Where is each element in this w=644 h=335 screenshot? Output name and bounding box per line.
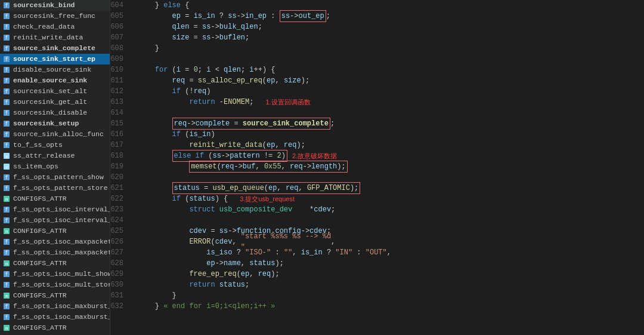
svg-text:f: f (5, 250, 8, 256)
sidebar-item-sourcesink_setup[interactable]: fsourcesink_setup (0, 118, 110, 129)
sidebar-item-CONFIGFS_ATTR5[interactable]: mCONFIGFS_ATTR (0, 322, 110, 333)
sidebar-item-f_ss_opts_isoc_maxpacket_store[interactable]: ff_ss_opts_isoc_maxpacket_store (0, 247, 110, 258)
code-line-631: } (138, 290, 644, 301)
line-number-614: 614 (110, 107, 128, 118)
sidebar-item-disable_source_sink[interactable]: fdisable_source_sink (0, 64, 110, 75)
sidebar-item-CONFIGFS_ATTR2[interactable]: mCONFIGFS_ATTR (0, 226, 110, 236)
macro-icon: m (2, 195, 11, 203)
sidebar-item-f_ss_opts_isoc_maxburst_store[interactable]: ff_ss_opts_isoc_maxburst_store (0, 312, 110, 322)
sidebar-item-f_ss_opts_isoc_interval_show[interactable]: ff_ss_opts_isoc_interval_show (0, 204, 110, 215)
code-line-608: } (138, 43, 644, 54)
sidebar-item-sourcesink_bind[interactable]: fsourcesink_bind (0, 0, 110, 11)
svg-text:f: f (5, 239, 8, 245)
code-line-628: ep->name, status); (138, 258, 644, 269)
macro-icon: m (2, 227, 11, 235)
sidebar-item-sourcesink_disable[interactable]: fsourcesink_disable (0, 107, 110, 118)
sidebar-item-sourcesink_set_alt[interactable]: fsourcesink_set_alt (0, 86, 110, 97)
sidebar-item-label: CONFIGFS_ATTR (13, 322, 67, 333)
line-numbers: 6046056066076086096106116126136146156166… (110, 0, 133, 335)
svg-text:v: v (5, 154, 8, 159)
sidebar-item-source_sink_complete[interactable]: fsource_sink_complete (0, 43, 110, 54)
sidebar-item-f_ss_opts_pattern_store[interactable]: ff_ss_opts_pattern_store (0, 183, 110, 193)
code-line-617: reinit_write_data(ep, req); (138, 140, 644, 150)
svg-text:v: v (5, 165, 8, 170)
sidebar-item-CONFIGFS_ATTR4[interactable]: mCONFIGFS_ATTR (0, 290, 110, 301)
sidebar-item-label: check_read_data (13, 21, 75, 32)
func-icon: f (2, 66, 11, 74)
line-number-611: 611 (110, 75, 128, 86)
svg-text:f: f (5, 132, 8, 137)
sidebar-item-label: f_ss_opts_isoc_maxpacket_store (13, 247, 110, 258)
sidebar-item-f_ss_opts_isoc_interval_store[interactable]: ff_ss_opts_isoc_interval_store (0, 215, 110, 226)
code-line-604: } else { (138, 0, 644, 11)
sidebar-item-ss_attr_release[interactable]: vss_attr_release (0, 150, 110, 161)
func-icon: f (2, 76, 11, 85)
code-line-627: is_iso ? "ISO-" : "", is_in ? "IN" : "OU… (138, 247, 644, 258)
func-icon: f (2, 23, 11, 31)
svg-text:f: f (5, 175, 8, 180)
sidebar-item-enable_source_sink[interactable]: fenable_source_sink (0, 75, 110, 86)
sidebar-item-f_ss_opts_isoc_mult_store[interactable]: ff_ss_opts_isoc_mult_store (0, 279, 110, 290)
sidebar-item-source_sink_start_ep[interactable]: fsource_sink_start_ep (0, 54, 110, 64)
code-line-610: for (i = 0; i < qlen; i++) { (138, 64, 644, 75)
code-line-619: memset(req->buf, 0x55, req->length); (138, 161, 644, 172)
sidebar-item-label: to_f_ss_opts (13, 140, 63, 150)
svg-text:f: f (5, 57, 8, 62)
sidebar-item-label: source_sink_start_ep (13, 54, 95, 64)
svg-text:f: f (5, 315, 8, 320)
sidebar-item-f_ss_opts_isoc_mult_show[interactable]: ff_ss_opts_isoc_mult_show (0, 269, 110, 279)
svg-text:m: m (5, 197, 8, 202)
sidebar-item-label: f_ss_opts_isoc_interval_store (13, 215, 110, 226)
code-line-623: struct usb_composite_dev *cdev; (138, 204, 644, 215)
svg-text:m: m (5, 229, 8, 234)
sidebar-item-label: source_sink_alloc_func (13, 129, 104, 140)
code-line-626: ERROR(cdev, "start %s%s %s --> %d ", (138, 236, 644, 247)
func-icon: f (2, 205, 11, 214)
sidebar-item-f_ss_opts_isoc_maxpacket_show[interactable]: ff_ss_opts_isoc_maxpacket_show (0, 236, 110, 247)
sidebar-item-sourcesink_get_alt[interactable]: fsourcesink_get_alt (0, 97, 110, 107)
sidebar-item-CONFIGFS_ATTR3[interactable]: mCONFIGFS_ATTR (0, 258, 110, 269)
func-icon: f (2, 281, 11, 289)
svg-text:f: f (5, 121, 8, 127)
sidebar-item-label: CONFIGFS_ATTR (13, 226, 67, 236)
func-icon: f (2, 141, 11, 149)
sidebar-item-check_read_data[interactable]: fcheck_read_data (0, 21, 110, 32)
line-number-622: 622 (110, 193, 128, 204)
svg-text:f: f (5, 218, 8, 223)
line-number-629: 629 (110, 269, 128, 279)
sidebar-item-source_sink_alloc_func[interactable]: fsource_sink_alloc_func (0, 129, 110, 140)
line-number-609: 609 (110, 54, 128, 64)
sidebar-item-sourcesink_free_func[interactable]: fsourcesink_free_func (0, 11, 110, 21)
sidebar-item-label: sourcesink_setup (13, 118, 79, 129)
sidebar-item-CONFIGFS_ATTR[interactable]: mCONFIGFS_ATTR (0, 193, 110, 204)
line-number-618: 618 (110, 150, 128, 161)
sidebar-item-reinit_write_data[interactable]: freinit_write_data (0, 32, 110, 43)
macro-icon: m (2, 291, 11, 300)
sidebar-item-label: reinit_write_data (13, 32, 83, 43)
code-line-607: size = ss->buflen; (138, 32, 644, 43)
sidebar-item-label: f_ss_opts_isoc_maxburst_store (13, 312, 110, 322)
code-line-605: ep = is_in ? ss->in_ep : ss->out_ep; (138, 11, 644, 21)
svg-text:f: f (5, 78, 8, 84)
func-icon: f (2, 55, 11, 63)
sidebar-item-ss_item_ops[interactable]: vss_item_ops (0, 161, 110, 172)
line-number-605: 605 (110, 11, 128, 21)
line-number-621: 621 (110, 183, 128, 193)
line-number-624: 624 (110, 215, 128, 226)
sidebar-item-f_ss_opts_isoc_maxburst_show[interactable]: ff_ss_opts_isoc_maxburst_show (0, 301, 110, 312)
code-line-614 (138, 107, 644, 118)
code-line-632: } « end for i=0;i<qlen;i++ » (138, 301, 644, 312)
sidebar-item-label: CONFIGFS_ATTR (13, 193, 67, 204)
sidebar-item-label: f_ss_opts_isoc_maxpacket_show (13, 236, 110, 247)
sidebar-item-label: sourcesink_free_func (13, 11, 95, 21)
code-line-616: if (is_in) (138, 129, 644, 140)
code-line-625: cdev = ss->function.config->cdev; (138, 226, 644, 236)
sidebar-item-to_f_ss_opts[interactable]: fto_f_ss_opts (0, 140, 110, 150)
code-content: } else { ep = is_in ? ss->in_ep : ss->ou… (133, 0, 644, 335)
func-icon: f (2, 248, 11, 257)
sidebar-item-label: f_ss_opts_isoc_mult_show (13, 269, 110, 279)
svg-text:f: f (5, 14, 8, 19)
func-icon: f (2, 302, 11, 311)
sidebar-item-f_ss_opts_pattern_show[interactable]: ff_ss_opts_pattern_show (0, 172, 110, 183)
sidebar-item-label: f_ss_opts_pattern_show (13, 172, 104, 183)
